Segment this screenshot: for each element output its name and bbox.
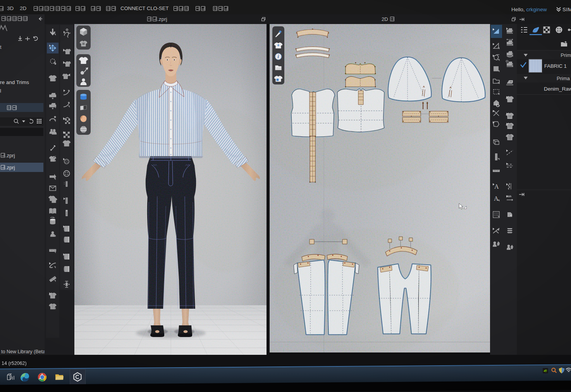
svg-text:FABRIC 1: FABRIC 1 [544, 63, 567, 69]
svg-text:A: A [494, 195, 499, 202]
svg-text:Prim: Prim [561, 52, 571, 58]
svg-text:Denim_Raw: Denim_Raw [544, 86, 571, 92]
svg-text:Prima: Prima [557, 76, 570, 81]
svg-text:A: A [494, 183, 499, 190]
